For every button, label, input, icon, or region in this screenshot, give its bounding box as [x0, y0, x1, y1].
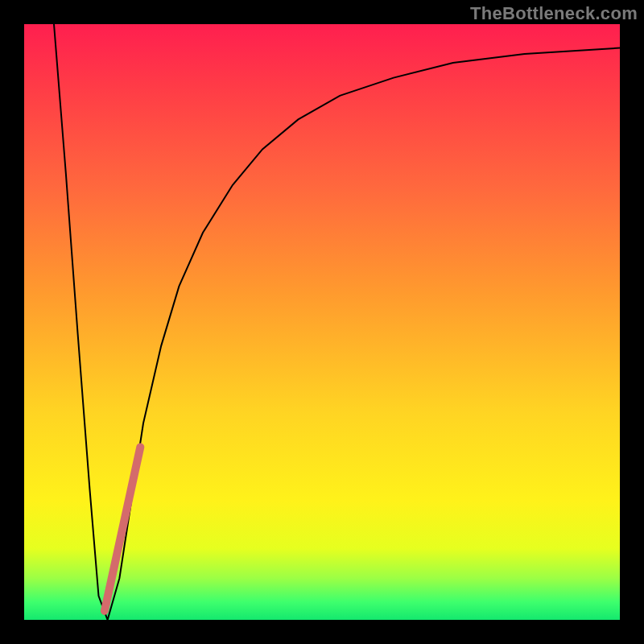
chart-svg: [24, 24, 620, 620]
series-highlight-segment: [105, 447, 140, 611]
chart-frame: TheBottleneck.com: [0, 0, 644, 644]
series-bottleneck-curve: [54, 24, 620, 620]
plot-area: [24, 24, 620, 620]
watermark-text: TheBottleneck.com: [470, 3, 638, 24]
